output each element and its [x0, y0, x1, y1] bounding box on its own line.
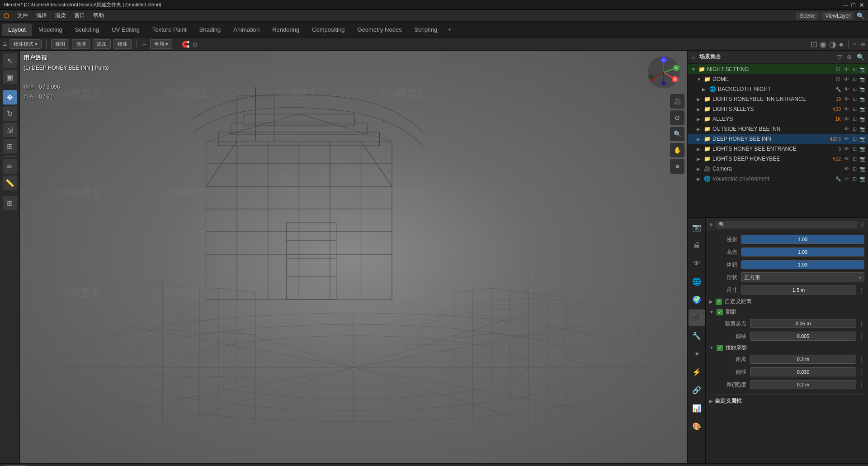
overlay-btn[interactable]: ⌗: [853, 41, 856, 48]
custom-props-expand[interactable]: ▶: [709, 399, 713, 404]
vis-checkbox-dome[interactable]: ☑: [835, 76, 842, 83]
vis-eye-lhbe[interactable]: 👁: [843, 145, 850, 152]
vis-select-backcloth[interactable]: ⊡: [851, 86, 858, 93]
props-tab-data[interactable]: 📊: [689, 400, 705, 416]
tab-geometry-nodes[interactable]: Geometry Nodes: [351, 24, 408, 36]
vis-select-lhe[interactable]: ⊡: [851, 95, 858, 103]
maximize-btn[interactable]: □: [852, 1, 855, 9]
tab-scripting[interactable]: Scripting: [408, 24, 444, 36]
props-tab-view[interactable]: 👁: [689, 255, 705, 271]
vis-render-alleys[interactable]: 📷: [859, 115, 866, 123]
scene-selector[interactable]: Scene: [796, 12, 819, 20]
volume-field[interactable]: 1.00: [741, 260, 864, 269]
tab-uv-editing[interactable]: UV Editing: [105, 24, 146, 36]
tab-shading[interactable]: Shading: [193, 24, 227, 36]
outliner-item-camera[interactable]: ▶ 🎥 Camera 👁 ⊡ 📷: [688, 164, 868, 174]
tab-modeling[interactable]: Modeling: [32, 24, 69, 36]
expand-arrow-cam[interactable]: ▶: [697, 166, 702, 171]
menu-render[interactable]: 渲染: [52, 11, 70, 20]
distance-extra[interactable]: ⋮: [858, 356, 864, 363]
contact-shadow-checkbox[interactable]: ✓: [717, 345, 723, 351]
vis-select-ohbi[interactable]: ⊡: [851, 125, 858, 133]
search-btn[interactable]: 🔍: [857, 12, 864, 19]
tool-transform[interactable]: ⊞: [3, 139, 17, 153]
vis-eye-la[interactable]: 👁: [843, 105, 850, 113]
diffuse-field[interactable]: 1.00: [741, 235, 864, 244]
distance-field[interactable]: 0.2 m: [750, 355, 856, 364]
vis-render-lhe[interactable]: 📷: [859, 95, 866, 103]
vis-select-vol[interactable]: ⊡: [851, 175, 858, 182]
expand-arrow-vol[interactable]: ▶: [697, 176, 702, 181]
vis-eye-lhe[interactable]: 👁: [843, 95, 850, 103]
outliner-item-deep-hbi[interactable]: ▶ 📁 DEEP HONEY BEE INN 420 6 👁 ⊡ 📷: [688, 134, 868, 144]
vis-select-la[interactable]: ⊡: [851, 105, 858, 113]
expand-arrow-ohbi[interactable]: ▶: [697, 127, 702, 132]
props-search[interactable]: 🔍: [716, 221, 857, 228]
props-tab-output[interactable]: 🖨: [689, 237, 705, 253]
close-btn[interactable]: ✕: [859, 1, 864, 9]
vis-render-dhbi[interactable]: 📷: [859, 135, 866, 143]
vis-render-ldhb[interactable]: 📷: [859, 155, 866, 162]
outliner-item-night-setting[interactable]: ▼ 📁 NIGHT SETTING ☑ 👁 ⊡ 📷: [688, 64, 868, 74]
vis-render-vol[interactable]: 📷: [859, 175, 866, 182]
expand-arrow-la[interactable]: ▶: [697, 107, 702, 112]
outliner-item-alleys[interactable]: ▶ 📁 ALLEYS 1K 👁 ⊡ 📷: [688, 114, 868, 124]
vis-eye-vol[interactable]: 👁: [843, 175, 850, 182]
outliner-item-dome[interactable]: ▼ 📁 DOME ☑ 👁 ⊡ 📷: [688, 74, 868, 84]
vp-orbit-btn[interactable]: ⊙: [670, 110, 684, 125]
outliner-filter-icon[interactable]: ▽: [837, 53, 842, 61]
tab-add[interactable]: +: [443, 24, 456, 36]
tool-add[interactable]: ⊞: [3, 196, 17, 210]
tab-compositing[interactable]: Compositing: [306, 24, 351, 36]
shadow-checkbox[interactable]: ✓: [717, 309, 723, 315]
vis-select-cam[interactable]: ⊡: [851, 165, 858, 172]
vis-select[interactable]: ⊡: [851, 66, 858, 73]
expand-arrow-dome[interactable]: ▼: [697, 77, 702, 82]
vis-select-lhbe[interactable]: ⊡: [851, 145, 858, 152]
vis-select-dome[interactable]: ⊡: [851, 76, 858, 83]
size-extra-btn[interactable]: ⋮: [858, 286, 864, 294]
vis-select-ldhb[interactable]: ⊡: [851, 155, 858, 162]
mode-selector[interactable]: 物体模式 ▾: [9, 39, 42, 49]
outliner-item-backcloth[interactable]: ▶ 🌐 BACKCLOTH_NIGHT 🔧 👁 ⊡ 📷: [688, 84, 868, 94]
vis-eye-ldhb[interactable]: 👁: [843, 155, 850, 162]
props-tab-constraints[interactable]: 🔗: [689, 382, 705, 398]
props-tab-particles[interactable]: ✦: [689, 346, 705, 362]
vp-camera-btn[interactable]: 🎥: [670, 94, 684, 109]
contact-bias-field[interactable]: 0.030: [750, 367, 856, 376]
menu-edit[interactable]: 编辑: [33, 11, 51, 20]
vis-render-ohbi[interactable]: 📷: [859, 125, 866, 133]
vis-eye[interactable]: 👁: [843, 66, 850, 73]
view-layer[interactable]: ViewLayer: [821, 12, 854, 20]
outliner-item-lights-hbe[interactable]: ▶ 📁 LIGHTS HONEY BEE ENTRANCE 3 👁 ⊡ 📷: [688, 144, 868, 154]
transform-selector[interactable]: 全局 ▾: [150, 39, 172, 49]
tool-scale[interactable]: ⇲: [3, 123, 17, 137]
viewport-shading-icons[interactable]: ⊡ ◉ ◑ ●: [811, 39, 844, 49]
props-tab-scene[interactable]: 🌐: [689, 273, 705, 290]
specular-field[interactable]: 1.00: [741, 247, 864, 257]
vis-eye-alleys[interactable]: 👁: [843, 115, 850, 123]
bias-extra[interactable]: ⋮: [858, 333, 864, 340]
vis-eye-backcloth[interactable]: 👁: [843, 86, 850, 93]
props-filter[interactable]: ▽: [860, 221, 864, 228]
outliner-search-icon[interactable]: 🔍: [857, 53, 864, 61]
menu-help[interactable]: 帮助: [90, 11, 108, 20]
expand-arrow-dhbi[interactable]: ▶: [697, 137, 702, 142]
minimize-btn[interactable]: ─: [844, 1, 848, 9]
outliner-item-lights-dhb[interactable]: ▶ 📁 LIGHTS DEEP HONEYBEE ↯12 👁 ⊡ 📷: [688, 154, 868, 164]
contact-bias-extra[interactable]: ⋮: [858, 368, 864, 376]
vp-pan-btn[interactable]: ✋: [670, 143, 684, 157]
tool-cursor[interactable]: ↖: [3, 53, 17, 68]
vis-eye-ohbi[interactable]: 👁: [843, 125, 850, 133]
clip-start-extra[interactable]: ⋮: [858, 320, 864, 327]
expand-arrow[interactable]: ▼: [691, 67, 697, 72]
tool-select[interactable]: ▣: [3, 70, 17, 84]
contact-shadow-expand[interactable]: ▼: [709, 345, 714, 350]
add-menu[interactable]: 添加: [93, 39, 111, 49]
tab-layout[interactable]: Layout: [2, 24, 32, 36]
props-tab-render[interactable]: 📷: [689, 219, 705, 235]
tool-rotate[interactable]: ↻: [3, 106, 17, 121]
gizmo-btn[interactable]: ⊕: [861, 41, 865, 48]
expand-arrow-ldhb[interactable]: ▶: [697, 157, 702, 162]
outliner-item-volumetric[interactable]: ▶ 🌐 Volumetric environment 🔧 👁 ⊡ 📷: [688, 174, 868, 184]
